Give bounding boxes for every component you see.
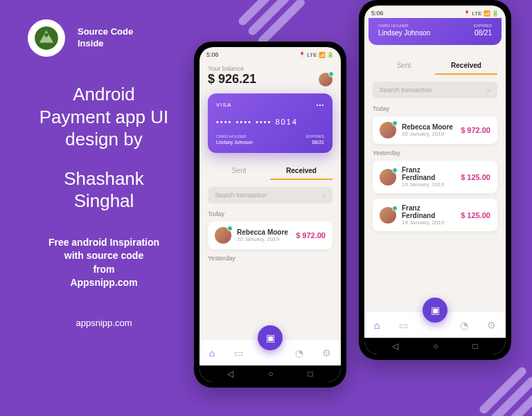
status-time: 5:06 <box>206 51 219 58</box>
card-number: •••• •••• •••• 8014 <box>216 118 324 126</box>
credit-card[interactable]: VISA ••• •••• •••• •••• 8014 CARD HOLDER… <box>208 93 332 153</box>
tx-date: 20 January, 2019 <box>237 236 290 242</box>
contact-avatar-icon <box>380 169 396 186</box>
search-input[interactable]: Search transaction ⌕ <box>208 187 332 204</box>
status-time: 5:06 <box>371 10 384 17</box>
tx-name: Rebecca Moore <box>402 123 455 131</box>
tx-date: 20 January, 2019 <box>402 131 455 137</box>
nav-home-icon[interactable]: ⌂ <box>374 320 380 331</box>
nav-home-icon[interactable]: ⌂ <box>209 347 215 359</box>
scan-icon: ▣ <box>431 305 440 316</box>
user-avatar-icon[interactable] <box>319 73 332 87</box>
logo-text-line2: Inside <box>78 38 133 50</box>
svg-point-2 <box>44 33 48 37</box>
system-nav: ◁ ○ □ <box>200 365 341 382</box>
sys-home-icon[interactable]: ○ <box>268 369 273 379</box>
android-studio-icon <box>28 19 65 57</box>
phone-frame-1: 5:06 📍 LTE 📶 🔋 Your balance $ 926.21 VIS… <box>194 42 346 388</box>
title-line-1: Android <box>21 83 187 106</box>
tab-sent[interactable]: Sent <box>208 163 270 180</box>
tx-date: 19 January, 2019 <box>402 219 455 226</box>
balance-label: Your balance <box>208 65 332 72</box>
phone-frame-2: 5:06 📍 LTE 📶 🔋 CARD HOLDER Lindsey Johns… <box>359 0 511 360</box>
nav-settings-icon[interactable]: ⚙ <box>487 320 496 331</box>
search-placeholder: Search transaction <box>215 192 267 199</box>
tx-name: Franz Ferdinand <box>402 204 455 219</box>
logo-block: Source Code Inside <box>28 19 133 57</box>
nav-wallet-icon[interactable]: ▭ <box>399 320 408 331</box>
domain-text: appsnipp.com <box>21 318 187 328</box>
transaction-row[interactable]: Rebecca Moore 20 January, 2019 $ 972.00 <box>373 116 497 144</box>
author-line-1: Shashank <box>21 168 187 190</box>
subtitle-line-1: Free android Inspiration <box>21 236 187 250</box>
card-expires-value: 08/21 <box>306 140 324 145</box>
status-bar: 5:06 📍 LTE 📶 🔋 <box>364 6 506 18</box>
sys-home-icon[interactable]: ○ <box>433 341 438 351</box>
search-placeholder: Search transaction <box>380 87 432 93</box>
subtitle-line-3: from <box>21 263 187 277</box>
decor-lines-bottom <box>478 365 532 416</box>
status-icons: 📍 LTE 📶 🔋 <box>463 10 499 17</box>
system-nav: ◁ ○ □ <box>364 338 506 354</box>
title-line-3: design by <box>21 128 187 151</box>
transaction-row[interactable]: Franz Ferdinand 19 January, 2019 $ 125.0… <box>373 199 497 231</box>
nav-stats-icon[interactable]: ◔ <box>460 320 468 331</box>
card-holder-name: Lindsey Johnson <box>216 140 253 145</box>
transaction-row[interactable]: Franz Ferdinand 19 January, 2019 $ 125.0… <box>373 161 497 193</box>
card-menu-icon[interactable]: ••• <box>317 102 324 108</box>
sys-recent-icon[interactable]: □ <box>308 369 313 379</box>
card-holder-label: CARD HOLDER <box>216 134 253 138</box>
tx-date: 19 January, 2019 <box>402 181 455 188</box>
status-icons: 📍 LTE 📶 🔋 <box>299 52 334 58</box>
subtitle-line-4: Appsnipp.com <box>21 276 187 290</box>
subtitle-line-2: with source code <box>21 249 187 263</box>
card-holder-label: CARD HOLDER <box>378 24 430 28</box>
card-holder-name: Lindsey Johnson <box>378 29 430 37</box>
nav-wallet-icon[interactable]: ▭ <box>234 347 243 359</box>
tx-name: Franz Ferdinand <box>402 166 455 181</box>
sys-back-icon[interactable]: ◁ <box>392 341 398 351</box>
tx-amount: $ 972.00 <box>296 231 326 239</box>
contact-avatar-icon <box>380 207 396 224</box>
tx-amount: $ 125.00 <box>461 211 490 219</box>
scan-icon: ▣ <box>266 332 275 343</box>
tx-amount: $ 125.00 <box>461 173 490 181</box>
search-icon: ⌕ <box>322 192 326 199</box>
card-brand: VISA <box>216 102 231 108</box>
tab-received[interactable]: Received <box>435 57 497 75</box>
sys-back-icon[interactable]: ◁ <box>227 369 233 379</box>
card-expires-label: EXPIRES <box>474 24 492 28</box>
tab-sent[interactable]: Sent <box>373 57 435 75</box>
fab-button[interactable]: ▣ <box>258 325 283 350</box>
tabs: Sent Received <box>208 163 332 180</box>
contact-avatar-icon <box>380 122 396 138</box>
author-line-2: Singhal <box>21 190 187 212</box>
section-yesterday: Yesterday <box>373 150 497 156</box>
sys-recent-icon[interactable]: □ <box>473 341 478 351</box>
section-today: Today <box>208 210 332 217</box>
tab-received[interactable]: Received <box>270 163 332 180</box>
title-line-2: Payment app UI <box>21 106 187 129</box>
section-yesterday: Yesterday <box>208 255 332 262</box>
search-input[interactable]: Search transaction ⌕ <box>373 82 497 98</box>
status-bar: 5:06 📍 LTE 📶 🔋 <box>200 47 341 60</box>
balance-amount: $ 926.21 <box>208 72 256 87</box>
tabs: Sent Received <box>373 57 497 75</box>
nav-stats-icon[interactable]: ◔ <box>295 347 303 359</box>
fab-button[interactable]: ▣ <box>423 298 447 323</box>
tx-amount: $ 972.00 <box>461 126 490 134</box>
tx-name: Rebecca Moore <box>237 228 290 236</box>
card-expires-label: EXPIRES <box>306 134 324 138</box>
section-today: Today <box>373 105 497 112</box>
search-icon: ⌕ <box>487 87 490 93</box>
transaction-row[interactable]: Rebecca Moore 20 January, 2019 $ 972.00 <box>208 221 332 249</box>
nav-settings-icon[interactable]: ⚙ <box>322 347 331 359</box>
credit-card-collapsed[interactable]: CARD HOLDER Lindsey Johnson EXPIRES 08/2… <box>369 18 502 45</box>
card-expires-value: 08/21 <box>474 29 492 37</box>
contact-avatar-icon <box>215 227 231 244</box>
logo-text-line1: Source Code <box>78 26 133 38</box>
